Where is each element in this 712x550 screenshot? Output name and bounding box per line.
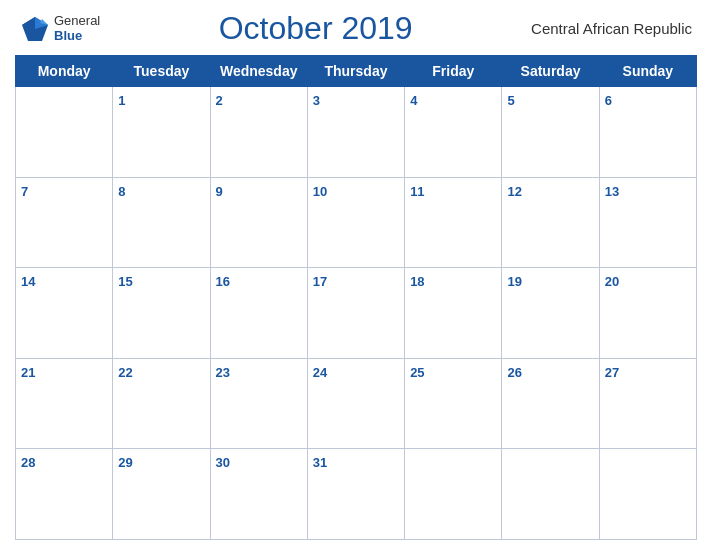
calendar-cell: 12 (502, 177, 599, 268)
day-number: 19 (507, 274, 521, 289)
calendar-cell: 20 (599, 268, 696, 359)
calendar-cell: 17 (307, 268, 404, 359)
logo-blue: Blue (54, 29, 100, 43)
calendar-cell: 19 (502, 268, 599, 359)
day-number: 16 (216, 274, 230, 289)
calendar-table: MondayTuesdayWednesdayThursdayFridaySatu… (15, 55, 697, 540)
day-number: 5 (507, 93, 514, 108)
calendar-cell: 31 (307, 449, 404, 540)
calendar-cell: 6 (599, 87, 696, 178)
day-number: 4 (410, 93, 417, 108)
calendar-cell: 23 (210, 358, 307, 449)
day-number: 20 (605, 274, 619, 289)
calendar-cell: 10 (307, 177, 404, 268)
calendar-header: General Blue October 2019 Central Africa… (15, 10, 697, 47)
calendar-cell: 22 (113, 358, 210, 449)
month-title: October 2019 (100, 10, 531, 47)
calendar-cell: 24 (307, 358, 404, 449)
calendar-cell: 28 (16, 449, 113, 540)
logo-text: General Blue (54, 14, 100, 43)
calendar-cell (599, 449, 696, 540)
calendar-cell (405, 449, 502, 540)
day-number: 9 (216, 184, 223, 199)
week-row-2: 78910111213 (16, 177, 697, 268)
calendar-cell (502, 449, 599, 540)
weekday-header-monday: Monday (16, 56, 113, 87)
calendar-cell: 3 (307, 87, 404, 178)
day-number: 29 (118, 455, 132, 470)
calendar-cell: 16 (210, 268, 307, 359)
day-number: 6 (605, 93, 612, 108)
calendar-cell: 7 (16, 177, 113, 268)
day-number: 21 (21, 365, 35, 380)
calendar-cell: 11 (405, 177, 502, 268)
logo-general: General (54, 14, 100, 28)
day-number: 17 (313, 274, 327, 289)
calendar-cell (16, 87, 113, 178)
weekday-header-row: MondayTuesdayWednesdayThursdayFridaySatu… (16, 56, 697, 87)
day-number: 30 (216, 455, 230, 470)
day-number: 25 (410, 365, 424, 380)
calendar-cell: 26 (502, 358, 599, 449)
day-number: 15 (118, 274, 132, 289)
day-number: 12 (507, 184, 521, 199)
week-row-3: 14151617181920 (16, 268, 697, 359)
calendar-cell: 5 (502, 87, 599, 178)
day-number: 1 (118, 93, 125, 108)
week-row-5: 28293031 (16, 449, 697, 540)
calendar-cell: 30 (210, 449, 307, 540)
weekday-header-sunday: Sunday (599, 56, 696, 87)
day-number: 31 (313, 455, 327, 470)
calendar-cell: 29 (113, 449, 210, 540)
day-number: 18 (410, 274, 424, 289)
calendar: General Blue October 2019 Central Africa… (0, 0, 712, 550)
day-number: 22 (118, 365, 132, 380)
day-number: 14 (21, 274, 35, 289)
week-row-4: 21222324252627 (16, 358, 697, 449)
calendar-cell: 25 (405, 358, 502, 449)
day-number: 27 (605, 365, 619, 380)
calendar-cell: 4 (405, 87, 502, 178)
calendar-cell: 8 (113, 177, 210, 268)
country-name: Central African Republic (531, 20, 692, 37)
day-number: 2 (216, 93, 223, 108)
day-number: 10 (313, 184, 327, 199)
weekday-header-thursday: Thursday (307, 56, 404, 87)
calendar-cell: 15 (113, 268, 210, 359)
weekday-header-tuesday: Tuesday (113, 56, 210, 87)
day-number: 3 (313, 93, 320, 108)
day-number: 26 (507, 365, 521, 380)
calendar-cell: 1 (113, 87, 210, 178)
calendar-cell: 2 (210, 87, 307, 178)
calendar-cell: 21 (16, 358, 113, 449)
day-number: 8 (118, 184, 125, 199)
weekday-header-friday: Friday (405, 56, 502, 87)
calendar-cell: 27 (599, 358, 696, 449)
calendar-cell: 9 (210, 177, 307, 268)
logo: General Blue (20, 14, 100, 43)
logo-bird-icon (20, 15, 50, 43)
day-number: 13 (605, 184, 619, 199)
day-number: 23 (216, 365, 230, 380)
calendar-cell: 18 (405, 268, 502, 359)
calendar-cell: 14 (16, 268, 113, 359)
day-number: 11 (410, 184, 424, 199)
day-number: 28 (21, 455, 35, 470)
day-number: 7 (21, 184, 28, 199)
week-row-1: 123456 (16, 87, 697, 178)
weekday-header-saturday: Saturday (502, 56, 599, 87)
weekday-header-wednesday: Wednesday (210, 56, 307, 87)
day-number: 24 (313, 365, 327, 380)
calendar-cell: 13 (599, 177, 696, 268)
